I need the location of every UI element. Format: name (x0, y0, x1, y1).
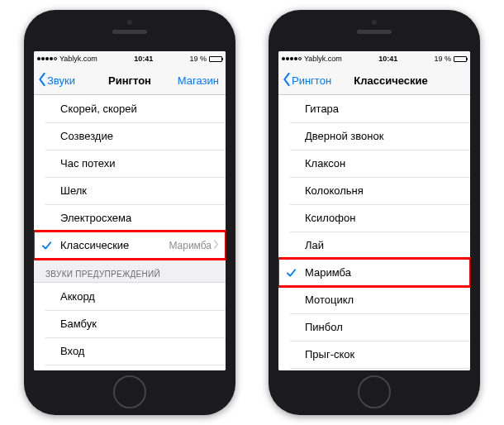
list-item[interactable]: Бамбук (34, 310, 226, 337)
list-item-label: Скорей, скорей (60, 103, 137, 115)
store-label: Магазин (178, 74, 219, 87)
section-header: ЗВУКИ ПРЕДУПРЕЖДЕНИЙ (34, 260, 226, 283)
time-label: 10:41 (134, 55, 153, 63)
list-item[interactable]: Аккорд (34, 283, 226, 310)
list-item-label: Классические (60, 239, 129, 251)
signal-dots-icon (282, 57, 302, 60)
chevron-left-icon (37, 72, 47, 89)
list-item-label: Пинбол (305, 321, 343, 333)
nav-bar: Рингтон Классические (278, 66, 470, 95)
list-item-label: Ксилофон (305, 212, 355, 224)
list-item[interactable]: Прыг-скок (278, 341, 470, 368)
store-button[interactable]: Магазин (178, 66, 219, 94)
home-button[interactable] (113, 375, 146, 408)
list-item-label: Лай (305, 239, 324, 251)
checkmark-icon (41, 240, 52, 251)
battery-icon (209, 56, 222, 62)
list-item-label: Шелк (60, 184, 87, 197)
iphone-left: Yablyk.com 10:41 19 % Звуки Рингтон Мага… (24, 10, 235, 415)
carrier-label: Yablyk.com (59, 55, 97, 63)
list-item[interactable]: Час потехи (34, 150, 226, 177)
home-button[interactable] (358, 375, 391, 408)
list-item[interactable]: Вход (34, 337, 226, 365)
list-item[interactable]: Электросхема (34, 204, 226, 232)
back-label: Звуки (47, 74, 75, 87)
chevron-right-icon (213, 240, 219, 251)
list-item-marimba[interactable]: Маримба (278, 259, 470, 286)
battery-pct-label: 19 % (434, 55, 451, 63)
list-item[interactable]: Ксилофон (278, 204, 470, 232)
detail-text: Маримба (169, 240, 212, 251)
list-item-label: Мотоцикл (305, 294, 354, 306)
list-item[interactable]: Скорей, скорей (34, 95, 226, 122)
status-bar: Yablyk.com 10:41 19 % (34, 51, 226, 66)
nav-title: Классические (311, 74, 470, 87)
list-item-label: Аккорд (60, 290, 95, 303)
signal-dots-icon (37, 57, 57, 60)
chevron-left-icon (282, 72, 292, 89)
list-item-label: Клаксон (305, 157, 345, 170)
list-item-label: Созвездие (60, 130, 113, 142)
detail-value: Маримба (169, 240, 219, 251)
time-label: 10:41 (378, 55, 397, 63)
classic-ringtones-row[interactable]: Классические Маримба (34, 232, 226, 260)
list-item-label: Электросхема (60, 212, 131, 224)
ringtone-list: Скорей, скорей Созвездие Час потехи Шелк… (34, 95, 226, 370)
list-item[interactable]: Завершение (34, 365, 226, 370)
status-bar: Yablyk.com 10:41 19 % (278, 51, 470, 66)
classic-ringtones-list: Гитара Дверной звонок Клаксон Колокольня… (278, 95, 470, 370)
screen-left: Yablyk.com 10:41 19 % Звуки Рингтон Мага… (34, 51, 226, 370)
nav-bar: Звуки Рингтон Магазин (34, 66, 226, 95)
carrier-label: Yablyk.com (304, 55, 342, 63)
list-item[interactable]: Лай (278, 232, 470, 259)
list-item-label: Час потехи (60, 157, 116, 170)
back-button[interactable]: Рингтон (282, 66, 331, 94)
list-item-label: Прыг-скок (305, 348, 354, 361)
list-item-label: Дверной звонок (305, 130, 383, 142)
list-item[interactable]: Клаксон (278, 150, 470, 177)
list-item[interactable]: Робот (278, 368, 470, 370)
list-item[interactable]: Созвездие (34, 122, 226, 150)
list-item-label: Гитара (305, 103, 339, 115)
list-item[interactable]: Дверной звонок (278, 122, 470, 150)
back-label: Рингтон (292, 74, 331, 87)
list-item[interactable]: Шелк (34, 177, 226, 204)
checkmark-icon (286, 267, 297, 278)
list-item-label: Вход (60, 345, 84, 357)
list-item-label: Маримба (305, 266, 351, 279)
screen-right: Yablyk.com 10:41 19 % Рингтон Классическ… (278, 51, 470, 370)
back-button[interactable]: Звуки (37, 66, 75, 94)
list-item[interactable]: Колокольня (278, 177, 470, 204)
battery-pct-label: 19 % (189, 55, 207, 63)
list-item[interactable]: Мотоцикл (278, 286, 470, 313)
battery-icon (454, 56, 467, 62)
iphone-right: Yablyk.com 10:41 19 % Рингтон Классическ… (269, 10, 480, 415)
list-item[interactable]: Пинбол (278, 313, 470, 341)
list-item-label: Колокольня (305, 184, 364, 197)
list-item[interactable]: Гитара (278, 95, 470, 122)
list-item-label: Бамбук (60, 318, 97, 330)
